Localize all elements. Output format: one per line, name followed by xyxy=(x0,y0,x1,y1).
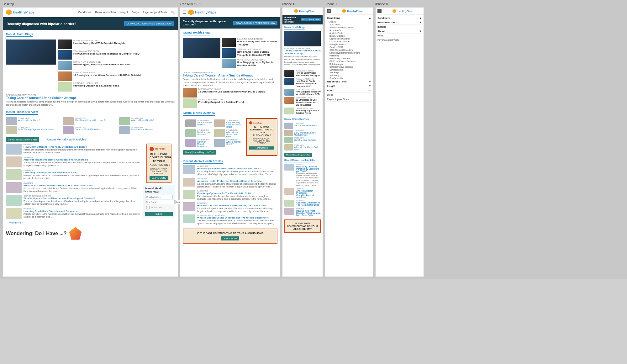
phone1-recent-title-0[interactable]: How Many Different Personality Disorders… xyxy=(296,166,321,172)
phone3-menu-conditions[interactable]: Conditions ▲ xyxy=(377,16,422,20)
phone2-sub-bipolar[interactable]: Bipolar Disorder xyxy=(327,34,371,37)
recent-title-0[interactable]: How Many Different Personality Disorders… xyxy=(24,145,141,148)
phone2-sub-personality[interactable]: Personality Disorders xyxy=(327,57,371,60)
phone1-title-4[interactable]: Providing Support to a Suicidal Friend xyxy=(296,109,321,115)
phone2-menu-resources[interactable]: Resources - Info ▼ xyxy=(327,80,371,84)
phone2-sub-add-adhd[interactable]: ADD-ADHD xyxy=(327,23,371,26)
tablet-ov-link-5[interactable]: What is Mental Health? xyxy=(226,141,242,145)
phone2-sub-parenting[interactable]: Parenting xyxy=(327,54,371,57)
article-title-3[interactable]: 12 Strategies to Use When Someone with D… xyxy=(73,74,175,77)
phone2-logo[interactable]: HealthyPlace xyxy=(334,9,371,13)
phone1-main-title[interactable]: Taking Care of Yourself After a Suicide … xyxy=(284,49,321,55)
tablet-title-2[interactable]: How Blogging Helps My Mental Health and … xyxy=(237,61,277,67)
overview-link-1[interactable]: What Mental Illness Do I Have? xyxy=(75,119,105,121)
recent-title-1[interactable]: Anorexia Health Problems: Complications … xyxy=(24,158,141,161)
phone2-sub-ocd[interactable]: OCD-Related Disorders xyxy=(327,49,371,51)
phone1-ov-link-3[interactable]: What Mental Illness Do I Have? xyxy=(294,146,321,150)
article-title-2[interactable]: How Blogging Helps My Mental Health and … xyxy=(73,63,175,66)
phone1-hamburger-icon[interactable]: ☰ xyxy=(284,9,287,13)
phone2-menu-about[interactable]: About ▼ xyxy=(327,88,371,93)
phone1-recent-title-1[interactable]: Anorexia Health Problems: Complications … xyxy=(296,190,321,198)
tablet-main-title[interactable]: Taking Care of Yourself After a Suicide … xyxy=(183,74,277,77)
phone2-sub-alzheimers[interactable]: Alzheimer's xyxy=(327,29,371,32)
phone1-ov-link-0[interactable]: What is Mental Illness? xyxy=(294,124,317,127)
article-title-0[interactable]: How to Calmly Deal With Suicidal Thought… xyxy=(73,42,175,45)
phone1-banner-button[interactable]: FREE EBOOK NOW xyxy=(301,18,321,21)
phone2-sub-eating[interactable]: Eating Disorders xyxy=(327,43,371,46)
phone3-menu-resources[interactable]: Resources - Info ▼ xyxy=(377,20,422,25)
phone1-diagnosis-btn[interactable]: Mental Illness Diagnosis Test xyxy=(284,153,312,157)
tablet-logo[interactable]: HealthyPlace xyxy=(188,9,216,15)
tablet-recent-title-1[interactable]: Anorexia Health Problems: Complications … xyxy=(197,180,277,182)
phone3-menu-insight[interactable]: Insight + xyxy=(377,25,422,29)
phone1-logo[interactable]: HealthyPlace xyxy=(288,9,321,13)
tablet-ov-link-4[interactable]: Common Mental Disorders xyxy=(197,141,213,147)
phone1-ov-link-2[interactable]: List of Mental Illnesses xyxy=(294,139,316,141)
phone2-menu-psych[interactable]: Psychological Tests xyxy=(327,97,371,102)
nav-conditions[interactable]: Conditions xyxy=(78,11,92,14)
phone2-sub-ptsd[interactable]: PTSD and Stress Disorders xyxy=(327,60,371,63)
phone1-title-1[interactable]: How Shame Feeds Suicidal Thoughts in Com… xyxy=(296,80,321,88)
phone2-sub-schizoaff[interactable]: Schizoaffective Disorder xyxy=(327,66,371,68)
overview-link-5[interactable]: List of Mental Illnesses xyxy=(131,128,153,130)
tablet-banner-button[interactable]: DOWNLOAD OUR FREE EBOOK NOW xyxy=(233,21,277,25)
newsletter-submit-button[interactable]: Submit xyxy=(145,212,173,216)
phone2-sub-self-help[interactable]: Self-Help xyxy=(327,71,371,74)
tablet-bottom-ad-button[interactable]: LEARN MORE xyxy=(221,236,239,240)
tablet-ad-button[interactable]: LEARN MORE xyxy=(249,146,274,150)
phone1-ov-link-1[interactable]: Early Warning Signs of Mental Illness xyxy=(294,132,321,136)
search-icon[interactable]: 🔍 xyxy=(171,11,175,14)
phone2-menu-insight[interactable]: Insight ▼ xyxy=(327,84,371,88)
newsletter-email-input[interactable] xyxy=(145,195,173,199)
nav-resources[interactable]: Resources - Info xyxy=(95,11,116,14)
tablet-ov-link-0[interactable]: What is Mental Illness? xyxy=(197,121,213,126)
phone2-sub-neuro[interactable]: Neurodevelopmental Disorders xyxy=(327,51,371,54)
overview-link-3[interactable]: Early Warning Signs of Mental Illness xyxy=(18,128,54,130)
tablet-recent-title-3[interactable]: How Do You Treat Diabetes? Medications, … xyxy=(197,204,277,207)
phone2-sub-sex[interactable]: Sex-Sexuality xyxy=(327,77,371,80)
article-title-1[interactable]: How Shame Feeds Suicidal Thoughts in Com… xyxy=(73,52,175,55)
tablet-title-0[interactable]: How to Calmly Deal With Suicidal Thought… xyxy=(237,40,277,46)
nav-insight[interactable]: Insight xyxy=(120,11,128,14)
tablet-ov-link-1[interactable]: Early Warning Signs of Mental Illness xyxy=(226,121,242,128)
recent-title-3[interactable]: How Do You Treat Diabetes? Medications, … xyxy=(24,184,141,187)
tablet-diagnosis-btn[interactable]: Mental Illness Diagnosis Test xyxy=(183,150,216,155)
recent-title-5[interactable]: Learning Disabilities Statistics and Pre… xyxy=(24,210,141,213)
phone3-menu-psych[interactable]: Psychological Tests xyxy=(377,38,422,42)
phone2-sub-alt-mental[interactable]: Alternative Mental Health xyxy=(327,26,371,29)
recent-title-4[interactable]: What is Speech Sound Disorder aka Phonol… xyxy=(24,197,141,200)
tablet-title-1[interactable]: How Shame Feeds Suicidal Thoughts in Com… xyxy=(237,50,277,56)
nav-psych-tests[interactable]: Psychological Tests xyxy=(143,11,167,14)
phone2-close-button[interactable]: × xyxy=(327,9,331,13)
phone2-sub-self-injury[interactable]: Self-Injury xyxy=(327,74,371,77)
phone1-recent-title-3[interactable]: How Do You Treat Diabetes? Medications, … xyxy=(296,210,321,216)
phone1-title-0[interactable]: How to Calmly Deal With Suicidal Thought… xyxy=(296,72,321,77)
recent-title-2[interactable]: Coaching Optimism To The Pessimistic Chi… xyxy=(24,171,141,174)
phone2-sub-dissociative[interactable]: Dissociative Disorder xyxy=(327,40,371,43)
recaptcha-checkbox[interactable] xyxy=(146,206,150,209)
hamburger-menu-icon[interactable]: ☰ xyxy=(183,10,186,14)
main-article-title[interactable]: Taking Care of Yourself After a Suicide … xyxy=(6,96,175,100)
phone2-sub-depression[interactable]: Depression Diabetes xyxy=(327,37,371,40)
phone2-sub-relationships[interactable]: Relationships xyxy=(327,63,371,66)
phone1-title-3[interactable]: 12 Strategies to Use When Someone with D… xyxy=(296,99,321,107)
nav-blogs[interactable]: Blogs xyxy=(132,11,139,14)
phone2-sub-schizo[interactable]: Schizophrenia xyxy=(327,68,371,71)
view-more-link[interactable]: View more > xyxy=(6,221,141,225)
newsletter-first-input[interactable] xyxy=(145,200,175,204)
tablet-title-3[interactable]: 12 Strategies to Use When Someone with D… xyxy=(198,90,277,93)
overview-link-0[interactable]: What is Mental Illness? xyxy=(18,119,40,121)
diagnosis-test-button[interactable]: Mental Illness Diagnosis Test xyxy=(6,137,39,142)
phone3-menu-blogs[interactable]: Blogs xyxy=(377,34,422,38)
banner-download-button[interactable]: DOWNLOAD OUR FREE EBOOK NOW xyxy=(124,21,174,26)
phone2-menu-blogs[interactable]: Blogs xyxy=(327,93,371,97)
phone1-recent-title-2[interactable]: Coaching Optimism To The Pessimistic Chi… xyxy=(296,202,321,206)
phone3-logo[interactable]: HealthyPlace xyxy=(384,9,422,13)
phone2-menu-conditions[interactable]: Conditions ▲ xyxy=(327,16,371,20)
tablet-recent-title-0[interactable]: How Many Different Personality Disorders… xyxy=(197,167,277,170)
tablet-recent-title-4[interactable]: What is Speech Sound Disorder aka Phonol… xyxy=(197,216,277,219)
overview-link-2[interactable]: What is Mental Health? xyxy=(131,119,154,121)
article-title-4[interactable]: Providing Support to a Suicidal Friend xyxy=(73,84,175,87)
phone2-sub-abuse[interactable]: Abuse xyxy=(327,20,371,23)
overview-link-4[interactable]: Common Mental Disorders xyxy=(75,128,101,130)
